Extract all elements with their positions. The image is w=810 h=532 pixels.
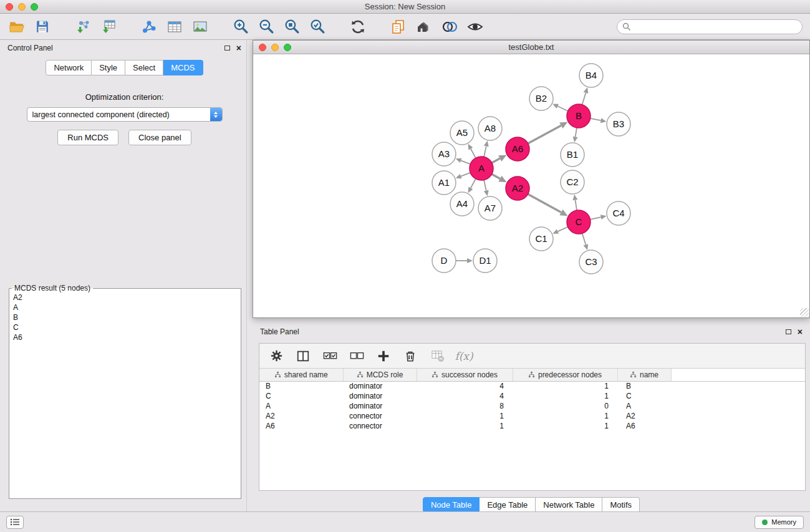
- graph-node-A2[interactable]: A2: [506, 177, 529, 200]
- close-panel-button[interactable]: ×: [236, 44, 241, 52]
- tab-motifs[interactable]: Motifs: [602, 497, 640, 513]
- save-session-button[interactable]: [33, 17, 52, 36]
- graph-node-A4[interactable]: A4: [450, 192, 474, 216]
- network-canvas[interactable]: B4B2BB3A5A8A6B1A3AC2A1A2A4A7C4CC1C3DD1: [253, 54, 809, 317]
- graph-node-A5[interactable]: A5: [450, 121, 474, 145]
- table-row[interactable]: Cdominator41C: [259, 391, 805, 401]
- graph-edge-A-A5[interactable]: [471, 148, 476, 158]
- graph-node-B1[interactable]: B1: [561, 143, 584, 167]
- graph-edge-C-C4[interactable]: [591, 217, 601, 220]
- graph-node-C[interactable]: C: [567, 210, 591, 234]
- select-all-button[interactable]: [322, 348, 338, 364]
- tab-mcds[interactable]: MCDS: [163, 60, 203, 75]
- graph-node-C1[interactable]: C1: [529, 227, 553, 251]
- graph-edge-B-B4[interactable]: [582, 93, 586, 105]
- graph-edge-A-A3[interactable]: [461, 160, 470, 164]
- network-minimize-button[interactable]: [271, 44, 279, 51]
- run-mcds-button[interactable]: Run MCDS: [57, 130, 118, 145]
- resize-grip[interactable]: [800, 308, 809, 317]
- float-panel-button[interactable]: [224, 46, 230, 51]
- memory-button[interactable]: Memory: [755, 516, 804, 529]
- graph-edge-A-A4[interactable]: [471, 179, 476, 188]
- new-table-button[interactable]: [165, 17, 184, 36]
- deselect-all-button[interactable]: [349, 348, 365, 364]
- graph-edge-A-A2[interactable]: [492, 174, 500, 178]
- network-zoom-button[interactable]: [284, 44, 291, 51]
- tab-network-table[interactable]: Network Table: [536, 497, 602, 513]
- zoom-selected-button[interactable]: [308, 17, 327, 36]
- export-image-button[interactable]: [191, 17, 210, 36]
- column-header-MCDS-role[interactable]: MCDS role: [343, 369, 417, 381]
- close-panel-button-mcds[interactable]: Close panel: [128, 130, 191, 145]
- float-table-panel-button[interactable]: [786, 329, 791, 334]
- show-columns-button[interactable]: [295, 348, 311, 364]
- zoom-in-button[interactable]: [231, 17, 250, 36]
- mcds-result-item[interactable]: A: [9, 302, 241, 312]
- table-row[interactable]: Adominator80A: [259, 401, 805, 411]
- mcds-result-item[interactable]: A2: [9, 293, 241, 302]
- close-window-button[interactable]: [6, 3, 13, 11]
- graph-node-A7[interactable]: A7: [478, 196, 502, 220]
- table-row[interactable]: A6connector11A6: [259, 421, 805, 431]
- add-column-button[interactable]: [375, 348, 392, 364]
- graph-edge-A2-C[interactable]: [528, 194, 561, 212]
- function-builder-button[interactable]: f(x): [456, 348, 472, 364]
- graph-node-B2[interactable]: B2: [529, 87, 553, 110]
- tab-network[interactable]: Network: [46, 60, 92, 75]
- mcds-result-item[interactable]: C: [9, 322, 241, 332]
- table-settings-button[interactable]: [268, 348, 284, 364]
- table-row[interactable]: A2connector11A2: [259, 411, 805, 421]
- network-window-titlebar[interactable]: testGlobe.txt: [253, 41, 809, 54]
- graph-node-B3[interactable]: B3: [607, 112, 630, 136]
- import-network-button[interactable]: [74, 17, 92, 36]
- zoom-fit-button[interactable]: [282, 17, 301, 36]
- graph-node-A3[interactable]: A3: [432, 142, 456, 166]
- close-table-panel-button[interactable]: ×: [798, 327, 803, 336]
- delete-selected-button[interactable]: [402, 348, 418, 364]
- graph-node-A6[interactable]: A6: [506, 137, 529, 161]
- zoom-window-button[interactable]: [31, 3, 38, 11]
- tab-edge-table[interactable]: Edge Table: [480, 497, 536, 513]
- zoom-out-button[interactable]: [257, 17, 276, 36]
- graph-node-D[interactable]: D: [432, 249, 456, 273]
- graph-edge-A-A1[interactable]: [461, 173, 470, 177]
- graph-edge-A-A6[interactable]: [492, 158, 500, 163]
- delete-table-button[interactable]: [429, 348, 445, 364]
- graph-node-D1[interactable]: D1: [473, 249, 497, 273]
- graph-node-C2[interactable]: C2: [561, 170, 584, 194]
- tab-select[interactable]: Select: [125, 60, 163, 75]
- graph-node-C4[interactable]: C4: [607, 201, 630, 225]
- graph-edge-B-B3[interactable]: [591, 118, 601, 120]
- graph-node-C3[interactable]: C3: [579, 250, 603, 274]
- graph-node-B4[interactable]: B4: [579, 64, 603, 87]
- minimize-window-button[interactable]: [18, 3, 26, 11]
- mcds-result-item[interactable]: A6: [9, 332, 241, 342]
- graph-edge-A-A7[interactable]: [484, 180, 486, 191]
- graph-edge-C-C1[interactable]: [557, 227, 567, 231]
- mcds-result-item[interactable]: B: [9, 312, 241, 322]
- tab-style[interactable]: Style: [92, 60, 125, 75]
- refresh-button[interactable]: [349, 17, 367, 36]
- optimization-criterion-dropdown[interactable]: largest connected component (directed): [27, 107, 223, 122]
- tab-node-table[interactable]: Node Table: [423, 497, 480, 513]
- column-header-name[interactable]: name: [617, 369, 671, 381]
- open-session-button[interactable]: [7, 17, 26, 36]
- task-history-button[interactable]: [6, 516, 24, 529]
- home-button[interactable]: [415, 17, 433, 36]
- column-header-successor-nodes[interactable]: successor nodes: [417, 369, 513, 381]
- graph-edge-A6-B[interactable]: [528, 125, 561, 143]
- network-close-button[interactable]: [259, 44, 266, 51]
- copy-view-button[interactable]: [389, 17, 408, 36]
- show-details-button[interactable]: [466, 17, 485, 36]
- graph-edge-B-B2[interactable]: [557, 106, 568, 111]
- graph-edge-A-A8[interactable]: [484, 146, 486, 157]
- column-header-predecessor-nodes[interactable]: predecessor nodes: [513, 369, 617, 381]
- graph-node-A1[interactable]: A1: [432, 171, 456, 195]
- import-table-button[interactable]: [99, 17, 118, 36]
- search-input[interactable]: [617, 19, 803, 34]
- graph-node-A8[interactable]: A8: [478, 117, 502, 140]
- graph-node-A[interactable]: A: [470, 157, 493, 180]
- column-header-shared-name[interactable]: shared name: [259, 369, 343, 381]
- graph-node-B[interactable]: B: [567, 104, 591, 128]
- table-row[interactable]: Bdominator41B: [259, 381, 805, 391]
